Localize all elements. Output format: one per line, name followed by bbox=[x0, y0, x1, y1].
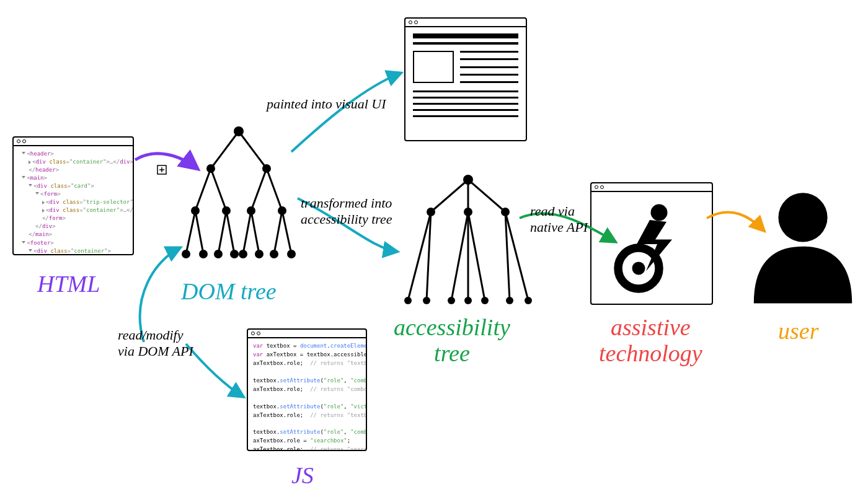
caption-transformed: transformed into accessibility tree bbox=[301, 195, 412, 227]
svg-point-45 bbox=[501, 208, 510, 216]
svg-point-19 bbox=[262, 164, 271, 173]
svg-point-49 bbox=[464, 297, 472, 304]
svg-point-42 bbox=[463, 175, 473, 185]
svg-point-31 bbox=[287, 250, 296, 258]
svg-point-24 bbox=[182, 250, 190, 258]
svg-point-18 bbox=[206, 164, 215, 173]
svg-point-17 bbox=[234, 126, 244, 136]
svg-line-10 bbox=[195, 211, 203, 254]
plus-square-icon bbox=[157, 165, 167, 175]
traffic-light-icon bbox=[409, 20, 412, 24]
browser-content bbox=[405, 27, 526, 140]
svg-line-39 bbox=[468, 212, 485, 301]
svg-line-11 bbox=[218, 211, 226, 254]
svg-rect-57 bbox=[635, 285, 642, 292]
js-source-window: var textbox = document.createElement("in… bbox=[247, 328, 367, 451]
svg-line-14 bbox=[251, 211, 259, 254]
svg-point-48 bbox=[448, 297, 455, 304]
js-code: var textbox = document.createElement("in… bbox=[248, 338, 366, 450]
svg-point-64 bbox=[778, 193, 827, 242]
traffic-light-icon bbox=[22, 139, 26, 143]
svg-point-27 bbox=[230, 250, 239, 258]
svg-line-6 bbox=[211, 169, 226, 211]
html-source-window: <header> <div class="container">…</div> … bbox=[12, 136, 134, 255]
label-a11y-tree: accessibility tree bbox=[394, 315, 510, 367]
svg-line-16 bbox=[282, 211, 291, 254]
traffic-light-icon bbox=[257, 332, 260, 335]
label-assistive-tech: assistive technology bbox=[599, 315, 702, 367]
svg-point-28 bbox=[239, 250, 247, 258]
user-silhouette-icon bbox=[747, 186, 859, 304]
svg-point-29 bbox=[255, 250, 264, 258]
svg-point-50 bbox=[481, 297, 489, 304]
svg-point-47 bbox=[423, 297, 430, 304]
svg-line-5 bbox=[195, 169, 211, 211]
caption-painted: painted into visual UI bbox=[267, 96, 397, 112]
traffic-light-icon bbox=[600, 185, 604, 189]
window-titlebar bbox=[14, 138, 133, 146]
caption-read-native: read via native API bbox=[530, 203, 604, 235]
svg-point-20 bbox=[191, 206, 200, 215]
svg-line-15 bbox=[274, 211, 282, 254]
window-titlebar bbox=[591, 183, 712, 192]
window-titlebar bbox=[248, 330, 366, 338]
label-user: user bbox=[778, 317, 818, 345]
traffic-light-icon bbox=[414, 20, 418, 24]
traffic-light-icon bbox=[595, 185, 598, 189]
svg-rect-59 bbox=[614, 265, 622, 272]
svg-point-23 bbox=[278, 206, 286, 215]
svg-line-12 bbox=[226, 211, 234, 254]
svg-point-63 bbox=[632, 262, 645, 275]
html-code: <header> <div class="container">…</div> … bbox=[14, 146, 133, 254]
svg-point-43 bbox=[427, 208, 435, 216]
svg-point-52 bbox=[525, 297, 532, 304]
svg-line-37 bbox=[451, 212, 468, 301]
dom-tree-graphic bbox=[167, 124, 310, 266]
label-html: HTML bbox=[37, 270, 100, 297]
browser-visual-ui bbox=[404, 17, 527, 141]
assistive-technology-window bbox=[590, 182, 713, 305]
svg-point-44 bbox=[464, 208, 472, 216]
svg-point-21 bbox=[222, 206, 231, 215]
svg-line-4 bbox=[239, 131, 267, 169]
svg-line-9 bbox=[186, 211, 195, 254]
label-dom-tree: DOM tree bbox=[181, 278, 277, 305]
svg-line-7 bbox=[251, 169, 267, 211]
svg-line-8 bbox=[267, 169, 282, 211]
svg-point-22 bbox=[247, 206, 255, 215]
traffic-light-icon bbox=[251, 332, 255, 335]
accessible-icon bbox=[605, 201, 698, 294]
svg-point-26 bbox=[214, 250, 223, 258]
accessibility-tree-graphic bbox=[397, 174, 539, 310]
svg-point-30 bbox=[270, 250, 278, 258]
svg-rect-61 bbox=[635, 244, 642, 252]
traffic-light-icon bbox=[17, 139, 20, 143]
label-js: JS bbox=[291, 462, 314, 489]
svg-point-25 bbox=[199, 250, 208, 258]
svg-line-32 bbox=[431, 180, 468, 212]
caption-read-modify: read/modify via DOM API bbox=[118, 327, 217, 359]
svg-line-34 bbox=[468, 180, 505, 212]
svg-point-46 bbox=[404, 297, 412, 304]
svg-line-13 bbox=[243, 211, 251, 254]
svg-point-51 bbox=[506, 297, 513, 304]
svg-point-53 bbox=[651, 204, 668, 221]
svg-line-3 bbox=[211, 131, 239, 169]
svg-rect-55 bbox=[655, 265, 663, 272]
window-titlebar bbox=[405, 19, 526, 27]
